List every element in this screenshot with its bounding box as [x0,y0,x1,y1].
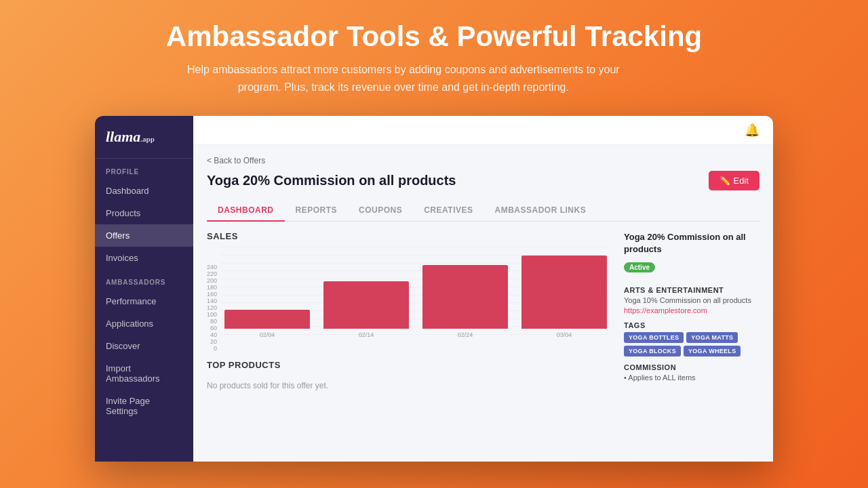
bar-label-1: 02/04 [260,331,275,338]
y-axis: 240 220 200 180 160 140 120 100 80 60 40 [207,264,221,352]
page-header: Yoga 20% Commission on all products ✏️ E… [207,171,760,190]
sidebar: llama.app PROFILE Dashboard Products Off… [95,116,193,462]
notification-bell-icon[interactable]: 🔔 [745,123,760,138]
sidebar-item-applications[interactable]: Applications [95,312,193,335]
top-bar: 🔔 [193,116,773,145]
sales-section: SALES 240 220 200 180 160 140 120 100 [207,231,610,352]
status-badge: Active [624,262,655,272]
bar-1 [224,310,310,329]
back-link[interactable]: Back to Offers [207,156,760,165]
bar-group-4: 03/04 [521,256,607,338]
sidebar-item-import[interactable]: Import Ambassadors [95,357,193,390]
hero-subtitle: Help ambassadors attract more customers … [166,61,641,96]
bar-2 [323,281,409,329]
tag-yoga-bottles: YOGA BOTTLES [624,332,684,343]
sidebar-item-offers[interactable]: Offers [95,224,193,247]
bars-container: 02/04 02/14 02/24 [224,250,607,338]
bar-group-1: 02/04 [224,310,310,338]
top-products-section: TOP PRODUCTS No products sold for this o… [207,360,610,396]
tags-container: YOGA BOTTLES YOGA MATTS YOGA BLOCKS YOGA… [624,332,760,357]
tag-yoga-matts: YOGA MATTS [686,332,738,343]
sidebar-item-invite[interactable]: Invite Page Settings [95,390,193,422]
ambassadors-section-label: AMBASSADORS [95,269,193,290]
page-title: Yoga 20% Commission on all products [207,173,456,188]
top-products-title: TOP PRODUCTS [207,360,610,370]
tab-dashboard[interactable]: DASHBOARD [207,200,285,222]
tags-label: TAGS [624,321,760,329]
bar-group-3: 02/24 [422,265,508,338]
content-area: Back to Offers Yoga 20% Commission on al… [193,145,773,462]
logo-area: llama.app [95,116,193,159]
sidebar-item-dashboard[interactable]: Dashboard [95,180,193,202]
tag-yoga-wheels: YOGA WHEELS [684,346,741,357]
tab-ambassador-links[interactable]: AMBASSADOR LINKS [484,200,597,222]
edit-icon: ✏️ [719,176,730,186]
main-content: 🔔 Back to Offers Yoga 20% Commission on … [193,116,773,462]
hero-section: Ambassador Tools & Powerful Tracking Hel… [153,0,715,109]
sidebar-item-performance[interactable]: Performance [95,290,193,312]
logo: llama.app [106,128,155,145]
sidebar-item-products[interactable]: Products [95,202,193,224]
app-window: llama.app PROFILE Dashboard Products Off… [95,116,773,462]
tabs-container: DASHBOARD REPORTS COUPONS CREATIVES AMBA… [207,200,760,222]
commission-label: COMMISSION [624,363,760,371]
chart-area: 02/04 02/14 02/24 [221,247,610,352]
right-panel: Yoga 20% Commission on all products Acti… [624,231,760,451]
store-link[interactable]: https://examplestore.com [624,306,760,314]
sidebar-item-discover[interactable]: Discover [95,335,193,357]
no-products-message: No products sold for this offer yet. [207,375,610,396]
bar-4 [521,256,607,329]
tab-coupons[interactable]: COUPONS [348,200,413,222]
bar-label-2: 02/14 [359,331,374,338]
tab-reports[interactable]: REPORTS [285,200,349,222]
bar-3 [422,265,508,329]
left-column: SALES 240 220 200 180 160 140 120 100 [207,231,610,451]
offer-title: Yoga 20% Commission on all products [624,231,760,256]
two-col-layout: SALES 240 220 200 180 160 140 120 100 [207,231,760,451]
edit-button[interactable]: ✏️ Edit [709,171,760,190]
chart-container: 240 220 200 180 160 140 120 100 80 60 40 [207,247,610,352]
arts-subtitle: Yoga 10% Commission on all products [624,296,760,304]
commission-item: Applies to ALL items [624,373,760,382]
grid-line [221,247,610,247]
tab-creatives[interactable]: CREATIVES [413,200,484,222]
sidebar-item-invoices[interactable]: Invoices [95,247,193,269]
arts-label: ARTS & ENTERTAINMENT [624,286,760,294]
hero-title: Ambassador Tools & Powerful Tracking [166,20,702,53]
bar-group-2: 02/14 [323,281,409,338]
bar-label-4: 03/04 [557,331,572,338]
sales-title: SALES [207,231,610,241]
tag-yoga-blocks: YOGA BLOCKS [624,346,681,357]
bar-label-3: 02/24 [458,331,473,338]
profile-section-label: PROFILE [95,159,193,180]
